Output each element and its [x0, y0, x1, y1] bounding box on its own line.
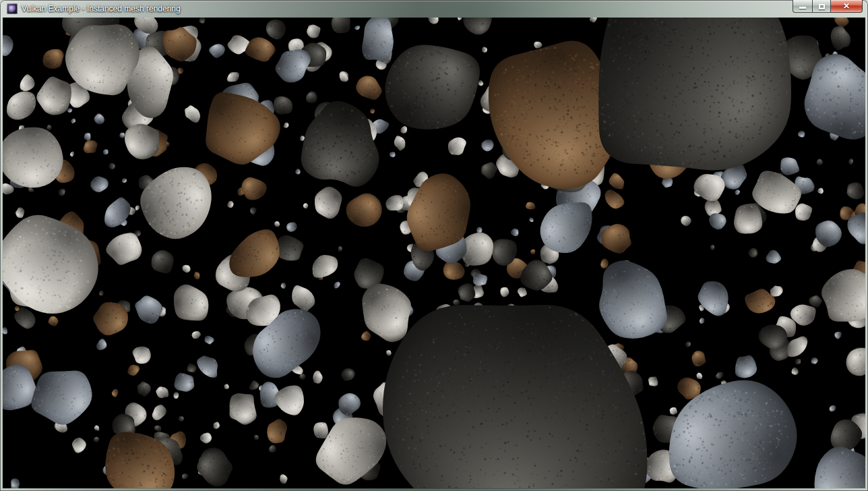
title-bar[interactable]: Vulkan Example - Instanced mesh renderin… [0, 0, 868, 18]
window-title: Vulkan Example - Instanced mesh renderin… [22, 4, 181, 13]
app-icon [7, 3, 18, 14]
app-window: Vulkan Example - Instanced mesh renderin… [0, 0, 868, 491]
minimize-button[interactable] [793, 0, 812, 13]
window-controls: ✕ [793, 0, 863, 13]
maximize-button[interactable] [812, 0, 831, 13]
render-viewport[interactable] [3, 18, 865, 488]
close-button[interactable]: ✕ [831, 0, 863, 13]
maximize-icon [819, 4, 825, 9]
minimize-icon [799, 7, 806, 9]
viewport-frame [3, 18, 865, 488]
close-icon: ✕ [843, 2, 850, 10]
